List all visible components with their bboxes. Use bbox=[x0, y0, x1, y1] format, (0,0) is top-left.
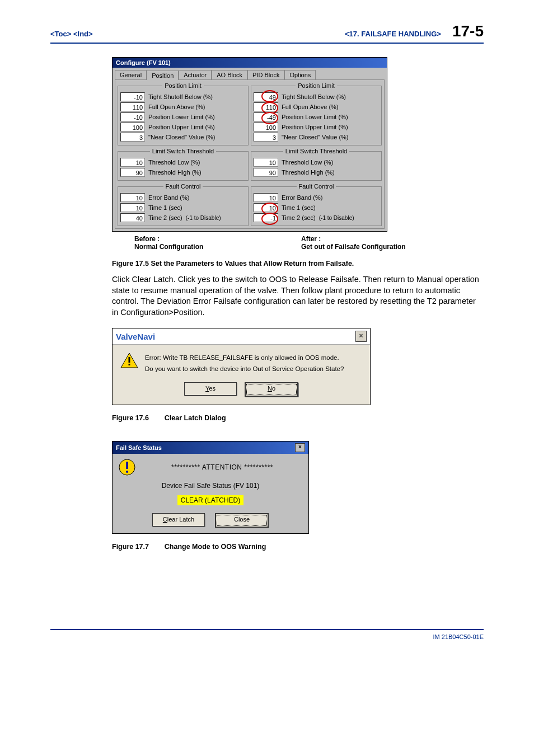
figure-17-6-caption: Figure 17.6 Clear Latch Dialog bbox=[112, 414, 484, 422]
before-limit-switch-group: Limit Switch Threshold 10Threshold Low (… bbox=[118, 148, 249, 181]
before-position-limit-group: Position Limit -10Tight Shutoff Below (%… bbox=[118, 82, 249, 145]
disable-note: (-1 to Disable) bbox=[186, 215, 221, 221]
tab-actuator[interactable]: Actuator bbox=[179, 70, 212, 79]
svg-rect-2 bbox=[129, 364, 130, 365]
before-caption-sub: Normal Configuration bbox=[134, 243, 279, 251]
body-paragraph: Click Clear Latch. Click yes to the swit… bbox=[112, 274, 484, 318]
after-upper-limit-input[interactable]: 100 bbox=[254, 123, 278, 132]
before-tight-shutoff-input[interactable]: -10 bbox=[120, 92, 145, 101]
label: Position Upper Limit (%) bbox=[148, 124, 215, 130]
before-full-open-input[interactable]: 110 bbox=[120, 102, 145, 111]
after-time1-input[interactable]: 10 bbox=[254, 203, 278, 212]
header-toc-link[interactable]: <Toc> <Ind> bbox=[50, 30, 93, 38]
after-caption-title: After : bbox=[301, 235, 406, 243]
label: Position Lower Limit (%) bbox=[282, 114, 348, 120]
attention-circle-icon bbox=[118, 458, 136, 476]
after-error-band-input[interactable]: 10 bbox=[254, 193, 278, 202]
label: Full Open Above (%) bbox=[282, 104, 339, 110]
before-thresh-low-input[interactable]: 10 bbox=[120, 158, 145, 167]
dialog-title: Fail Safe Status bbox=[116, 444, 162, 451]
valvenavi-dialog: ValveNavi × Error: Write TB RELEASE_FAIL… bbox=[112, 328, 371, 405]
after-caption-sub: Get out of Failsafe Configuration bbox=[301, 243, 406, 251]
label: Tight Shutoff Below (%) bbox=[282, 93, 346, 100]
before-near-closed-input[interactable]: 3 bbox=[120, 133, 145, 142]
tab-ao-block[interactable]: AO Block bbox=[212, 70, 247, 79]
failsafe-status-dialog: Fail Safe Status × ********** ATTENTION … bbox=[112, 441, 309, 534]
before-after-caption: Before : Normal Configuration After : Ge… bbox=[112, 235, 484, 251]
close-icon[interactable]: × bbox=[355, 331, 367, 342]
before-column: Position Limit -10Tight Shutoff Below (%… bbox=[118, 82, 249, 226]
tab-options[interactable]: Options bbox=[284, 70, 316, 79]
group-legend: Position Limit bbox=[296, 82, 336, 89]
yes-button[interactable]: Yes bbox=[184, 382, 237, 396]
label: Tight Shutoff Below (%) bbox=[148, 93, 213, 100]
before-lower-limit-input[interactable]: -10 bbox=[120, 112, 145, 121]
label: Threshold High (%) bbox=[148, 169, 202, 176]
header-chapter[interactable]: <17. FAILSAFE HANDLING> bbox=[345, 30, 441, 38]
group-legend: Position Limit bbox=[162, 82, 203, 89]
page-footer: IM 21B04C50-01E bbox=[50, 629, 484, 640]
after-thresh-low-input[interactable]: 10 bbox=[254, 158, 278, 167]
disable-note: (-1 to Disable) bbox=[319, 215, 354, 221]
group-legend: Limit Switch Threshold bbox=[150, 148, 216, 154]
tab-position[interactable]: Position bbox=[147, 71, 179, 80]
warning-triangle-icon bbox=[120, 353, 138, 368]
no-button[interactable]: No bbox=[245, 382, 298, 397]
after-time2-input[interactable]: -1 bbox=[254, 213, 278, 222]
before-time2-input[interactable]: 40 bbox=[120, 213, 145, 222]
footer-doc-id: IM 21B04C50-01E bbox=[433, 633, 484, 640]
device-status-line: Device Fail Safe Status (FV 101) bbox=[118, 482, 303, 490]
label: Error Band (%) bbox=[148, 194, 189, 201]
close-icon[interactable]: × bbox=[295, 443, 305, 452]
label: Error Band (%) bbox=[282, 194, 322, 201]
label: Threshold Low (%) bbox=[282, 159, 333, 166]
label: Time 1 (sec) bbox=[282, 204, 316, 211]
after-near-closed-input[interactable]: 3 bbox=[254, 133, 278, 142]
status-badge: CLEAR (LATCHED) bbox=[177, 495, 243, 505]
label: Time 2 (sec) bbox=[148, 214, 182, 221]
before-thresh-high-input[interactable]: 90 bbox=[120, 168, 145, 177]
label: Time 1 (sec) bbox=[148, 204, 182, 211]
dialog-title: ValveNavi bbox=[116, 332, 155, 341]
dialog-line1: Error: Write TB RELEASE_FAILSAFE is only… bbox=[145, 353, 344, 364]
svg-rect-4 bbox=[126, 462, 128, 469]
label: Threshold High (%) bbox=[282, 169, 335, 176]
before-time1-input[interactable]: 10 bbox=[120, 203, 145, 212]
before-upper-limit-input[interactable]: 100 bbox=[120, 123, 145, 132]
before-caption-title: Before : bbox=[134, 235, 279, 243]
tab-general[interactable]: General bbox=[115, 70, 147, 79]
group-legend: Fault Control bbox=[163, 183, 203, 190]
label: Position Lower Limit (%) bbox=[148, 114, 215, 120]
label: Threshold Low (%) bbox=[148, 159, 200, 166]
dialog-line2: Do you want to switch the device into Ou… bbox=[145, 364, 344, 375]
label: Full Open Above (%) bbox=[148, 104, 205, 110]
after-position-limit-group: Position Limit 49Tight Shutoff Below (%)… bbox=[251, 82, 382, 145]
after-full-open-input[interactable]: 110 bbox=[254, 102, 278, 111]
group-legend: Limit Switch Threshold bbox=[283, 148, 349, 154]
after-lower-limit-input[interactable]: -49 bbox=[254, 112, 278, 121]
clear-latch-button[interactable]: Clear Latch bbox=[152, 513, 205, 527]
close-button[interactable]: Close bbox=[215, 513, 269, 528]
configure-window: Configure (FV 101) General Position Actu… bbox=[112, 57, 387, 232]
label: "Near Closed" Value (%) bbox=[148, 134, 216, 140]
configure-titlebar: Configure (FV 101) bbox=[113, 58, 387, 68]
label: "Near Closed" Value (%) bbox=[282, 134, 349, 140]
tab-strip: General Position Actuator AO Block PID B… bbox=[113, 68, 387, 79]
after-limit-switch-group: Limit Switch Threshold 10Threshold Low (… bbox=[251, 148, 382, 181]
after-tight-shutoff-input[interactable]: 49 bbox=[254, 92, 278, 101]
group-legend: Fault Control bbox=[297, 183, 336, 190]
figure-17-5-caption: Figure 17.5 Set the Parameters to Values… bbox=[112, 260, 484, 267]
after-column: Position Limit 49Tight Shutoff Below (%)… bbox=[251, 82, 382, 226]
attention-text: ********** ATTENTION ********** bbox=[142, 463, 303, 471]
after-thresh-high-input[interactable]: 90 bbox=[254, 168, 278, 177]
label: Time 2 (sec) bbox=[282, 214, 316, 221]
after-fault-control-group: Fault Control 10Error Band (%) 10Time 1 … bbox=[251, 183, 382, 226]
page-header: <Toc> <Ind> <17. FAILSAFE HANDLING> 17-5 bbox=[50, 22, 484, 44]
tab-pid-block[interactable]: PID Block bbox=[247, 70, 284, 79]
label: Position Upper Limit (%) bbox=[282, 124, 348, 130]
before-fault-control-group: Fault Control 10Error Band (%) 10Time 1 … bbox=[118, 183, 249, 226]
before-error-band-input[interactable]: 10 bbox=[120, 193, 145, 202]
svg-rect-1 bbox=[129, 357, 130, 363]
svg-point-5 bbox=[126, 471, 128, 473]
header-page-number: 17-5 bbox=[452, 22, 484, 40]
